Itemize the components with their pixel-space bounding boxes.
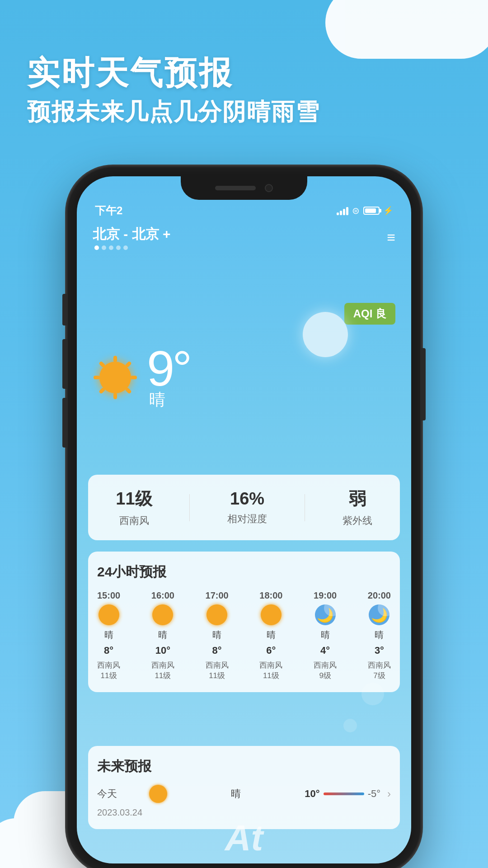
stat-uv-value: 弱 [349, 487, 366, 510]
svg-rect-2 [131, 376, 137, 379]
stat-divider-2 [305, 494, 305, 521]
battery-fill [365, 208, 376, 213]
signal-bar-4 [346, 207, 348, 215]
future-arrow: › [387, 788, 391, 800]
side-button-power [421, 348, 426, 420]
status-time: 下午2 [95, 203, 122, 218]
stat-humidity-label: 相对湿度 [227, 512, 267, 526]
hour-item-3: 17:00 晴 8° 西南风11级 [206, 590, 229, 681]
hour-item-4: 18:00 晴 6° 西南风11级 [259, 590, 282, 681]
hour-temp-6: 3° [375, 645, 384, 656]
stat-wind-value: 11级 [116, 487, 152, 510]
hour-desc-2: 晴 [158, 629, 167, 641]
hour-desc-6: 晴 [375, 629, 384, 641]
stat-humidity: 16% 相对湿度 [227, 489, 267, 526]
wifi-icon: ⊜ [352, 205, 360, 216]
hourly-card-title: 24小时预报 [97, 563, 391, 581]
aqi-badge[interactable]: AQI 良 [344, 303, 395, 325]
hour-icon-1 [99, 604, 119, 625]
hourly-forecast-card: 24小时预报 15:00 晴 8° 西南风11级 16:00 [88, 552, 400, 692]
future-date-label: 2023.03.24 [97, 807, 391, 818]
future-temps-today: 10° -5° [305, 788, 380, 800]
hour-wind-3: 西南风11级 [206, 660, 229, 681]
weather-description: 晴 [149, 389, 190, 411]
hour-item-1: 15:00 晴 8° 西南风11级 [97, 590, 120, 681]
stat-wind: 11级 西南风 [116, 487, 152, 528]
hour-temp-5: 4° [320, 645, 330, 656]
promo-subtitle: 预报未来几点几分阴晴雨雪 [27, 96, 320, 128]
hour-icon-4 [261, 604, 282, 625]
hour-desc-1: 晴 [104, 629, 113, 641]
notch [181, 176, 307, 200]
bubble-2 [343, 719, 357, 732]
svg-rect-0 [113, 356, 117, 362]
hour-temp-4: 6° [266, 645, 276, 656]
side-button-vol-up [62, 339, 67, 389]
sun-rays-svg [93, 355, 138, 400]
future-temp-max: 10° [305, 788, 319, 800]
hour-time-4: 18:00 [259, 590, 282, 601]
temp-display: 9° 晴 [147, 344, 190, 411]
hour-time-2: 16:00 [151, 590, 174, 601]
menu-button[interactable]: ≡ [387, 229, 395, 246]
signal-bar-3 [343, 209, 345, 215]
svg-rect-7 [99, 361, 106, 368]
main-weather: 9° 晴 [93, 344, 190, 411]
moon-decoration [303, 312, 348, 357]
location-name[interactable]: 北京 - 北京 + [93, 225, 171, 244]
hour-desc-3: 晴 [212, 629, 221, 641]
hourly-row: 15:00 晴 8° 西南风11级 16:00 晴 10° 西南风 [97, 590, 391, 681]
hour-item-5: 19:00 🌙 晴 4° 西南风9级 [314, 590, 337, 681]
status-icons: ⊜ ⚡ [337, 205, 393, 216]
dot-5 [123, 245, 128, 250]
bottom-at-text: At [225, 817, 263, 859]
future-desc-today: 晴 [174, 787, 298, 801]
phone-outer: 下午2 ⊜ ⚡ [68, 167, 420, 868]
future-temp-bar [324, 793, 364, 795]
signal-bar-2 [340, 211, 342, 215]
dot-1 [94, 245, 99, 250]
hour-time-6: 20:00 [368, 590, 391, 601]
hour-icon-6: 🌙 [369, 604, 389, 625]
stat-humidity-value: 16% [230, 489, 264, 509]
hour-temp-1: 8° [104, 645, 113, 656]
svg-rect-1 [125, 361, 132, 368]
hour-icon-5: 🌙 [315, 604, 336, 625]
svg-rect-3 [125, 387, 132, 394]
hour-time-5: 19:00 [314, 590, 337, 601]
hour-time-1: 15:00 [97, 590, 120, 601]
side-button-mute [62, 294, 67, 326]
app-content: 北京 - 北京 + ≡ AQI 良 [77, 222, 411, 863]
svg-rect-4 [113, 393, 117, 399]
future-row-today: 今天 晴 10° -5° › [97, 785, 391, 803]
dot-2 [102, 245, 106, 250]
temperature-value: 9° [147, 344, 190, 393]
status-bar: 下午2 ⊜ ⚡ [77, 200, 411, 222]
svg-rect-6 [94, 376, 100, 379]
phone-screen: 下午2 ⊜ ⚡ [77, 176, 411, 863]
hour-wind-4: 西南风11级 [259, 660, 282, 681]
app-topbar: 北京 - 北京 + ≡ [77, 222, 411, 253]
stat-uv: 弱 紫外线 [343, 487, 372, 528]
stat-divider-1 [189, 494, 190, 521]
hour-wind-1: 西南风11级 [97, 660, 120, 681]
notch-speaker [215, 186, 256, 190]
sun-weather-icon [93, 355, 138, 400]
svg-rect-5 [99, 387, 106, 394]
stats-card: 11级 西南风 16% 相对湿度 弱 紫外线 [88, 475, 400, 540]
promo-area: 实时天气预报 预报未来几点几分阴晴雨雪 [27, 54, 320, 128]
dot-3 [109, 245, 113, 250]
dot-4 [116, 245, 121, 250]
side-button-vol-down [62, 398, 67, 448]
stat-uv-label: 紫外线 [343, 514, 372, 528]
hour-item-2: 16:00 晴 10° 西南风11级 [151, 590, 174, 681]
hour-item-6: 20:00 🌙 晴 3° 西南风7级 [368, 590, 391, 681]
location-area: 北京 - 北京 + [93, 225, 171, 250]
signal-icon [337, 206, 348, 215]
notch-camera [265, 184, 273, 192]
hour-icon-2 [152, 604, 173, 625]
signal-bar-1 [337, 212, 339, 215]
stat-wind-label: 西南风 [119, 514, 149, 528]
hour-temp-3: 8° [212, 645, 222, 656]
future-label-today: 今天 [97, 787, 142, 801]
